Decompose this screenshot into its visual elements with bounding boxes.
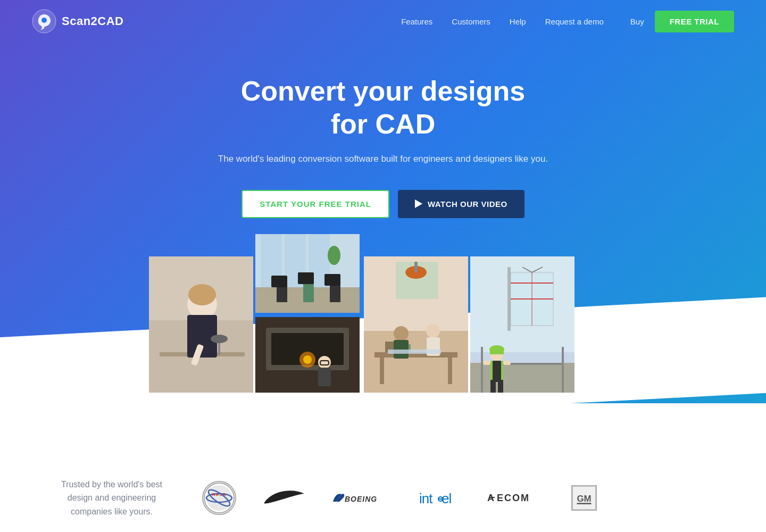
image-cnc-machine: [255, 317, 360, 393]
images-section: [0, 245, 766, 403]
trusted-text: Trusted by the world's best design and e…: [53, 478, 170, 519]
svg-point-1: [41, 18, 47, 23]
svg-rect-60: [562, 347, 564, 393]
image-col-1: [149, 256, 255, 393]
nav-customers-link[interactable]: Customers: [452, 17, 490, 26]
logo-nasa: NASA: [202, 481, 236, 515]
svg-rect-25: [324, 274, 340, 286]
svg-rect-38: [414, 262, 418, 272]
svg-text:BOEING: BOEING: [345, 495, 377, 503]
svg-text:int: int: [419, 491, 433, 506]
svg-rect-66: [493, 361, 501, 382]
image-col-2: [255, 234, 362, 393]
logo-aecom: A ECOM: [486, 487, 545, 509]
svg-rect-40: [380, 358, 384, 384]
logo-nike: [263, 488, 305, 508]
svg-rect-18: [277, 286, 287, 302]
svg-rect-81: [438, 498, 443, 500]
hero-buttons: START YOUR FREE TRIAL WATCH OUR VIDEO: [242, 190, 524, 218]
svg-point-30: [303, 355, 312, 364]
svg-rect-69: [483, 361, 490, 365]
svg-point-10: [211, 335, 228, 343]
logo-intel: int el: [417, 488, 460, 508]
svg-point-7: [188, 284, 216, 305]
play-icon: [415, 200, 422, 208]
svg-rect-24: [298, 272, 314, 284]
svg-rect-23: [271, 276, 287, 287]
image-col-3: [364, 256, 470, 393]
logo-area[interactable]: Scan2CAD: [32, 9, 123, 34]
svg-rect-70: [503, 361, 511, 365]
trusted-section: Trusted by the world's best design and e…: [0, 446, 766, 532]
navbar: Scan2CAD Features Customers Help Request…: [0, 0, 766, 43]
svg-rect-22: [330, 285, 340, 302]
svg-point-46: [426, 324, 440, 338]
images-grid: [149, 234, 617, 393]
image-col-4: [470, 256, 574, 393]
svg-rect-41: [448, 358, 452, 384]
svg-rect-32: [318, 368, 331, 386]
hero-subtitle: The world's leading conversion software …: [218, 154, 548, 164]
image-office: [255, 234, 360, 313]
nav-help-link[interactable]: Help: [510, 17, 526, 26]
logo-text: Scan2CAD: [62, 14, 123, 28]
svg-rect-59: [481, 347, 483, 393]
logo-boeing: BOEING: [332, 490, 390, 506]
nav-demo-link[interactable]: Request a demo: [545, 17, 604, 26]
svg-rect-87: [577, 503, 591, 504]
svg-rect-68: [498, 380, 503, 393]
svg-text:GM: GM: [577, 494, 591, 504]
svg-point-72: [206, 485, 232, 511]
svg-rect-67: [490, 380, 496, 393]
svg-rect-48: [388, 350, 441, 354]
watch-video-button[interactable]: WATCH OUR VIDEO: [398, 190, 524, 218]
nav-buy-link[interactable]: Buy: [630, 17, 644, 26]
start-trial-button[interactable]: START YOUR FREE TRIAL: [242, 190, 389, 218]
nav-links: Features Customers Help Request a demo: [401, 17, 604, 26]
hero-section: Convert your designs for CAD The world's…: [0, 0, 766, 403]
svg-rect-20: [303, 284, 314, 302]
svg-rect-58: [470, 363, 574, 393]
image-construction: [470, 256, 574, 393]
image-woman-desk: [149, 256, 253, 393]
svg-point-44: [394, 326, 409, 341]
svg-rect-64: [490, 351, 504, 354]
scan2cad-logo-icon: [32, 9, 56, 34]
image-interior: [364, 256, 468, 393]
hero-title: Convert your designs for CAD: [241, 74, 526, 141]
svg-point-15: [328, 246, 340, 265]
svg-text:ECOM: ECOM: [497, 493, 530, 503]
nav-features-link[interactable]: Features: [401, 17, 432, 26]
svg-rect-51: [507, 267, 511, 331]
logo-gm: GM: [571, 485, 597, 511]
free-trial-nav-button[interactable]: FREE TRIAL: [655, 11, 734, 32]
svg-rect-45: [394, 340, 409, 359]
logos-row: NASA BOEING: [202, 481, 597, 515]
